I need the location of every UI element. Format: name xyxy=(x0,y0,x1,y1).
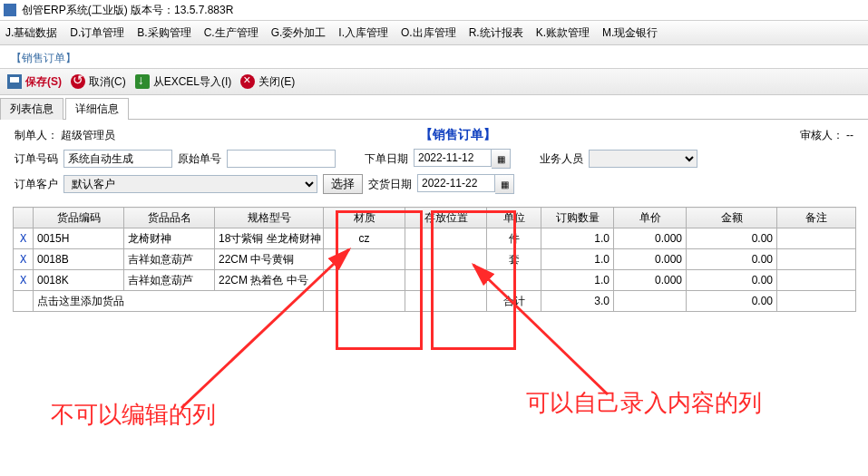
app-logo-icon xyxy=(4,4,16,16)
add-item-text[interactable]: 点击这里添加货品 xyxy=(34,291,324,312)
tab-strip: 列表信息 详细信息 xyxy=(0,97,868,120)
cell-code[interactable]: 0018B xyxy=(34,249,124,270)
cell-material xyxy=(324,249,405,270)
col-price[interactable]: 单价 xyxy=(614,208,687,228)
save-button[interactable]: 保存(S) xyxy=(7,74,62,90)
cell-remark[interactable] xyxy=(777,228,856,249)
deliver-date-picker-icon[interactable]: ▦ xyxy=(495,174,514,194)
col-unit[interactable]: 单位 xyxy=(487,208,541,228)
menu-inbound[interactable]: I.入库管理 xyxy=(338,25,388,41)
window-title: 创管ERP系统(工业版) 版本号：13.5.7.883R xyxy=(22,0,233,20)
cell-unit[interactable]: 套 xyxy=(487,249,541,270)
cell-spec[interactable]: 22CM 中号黄铜 xyxy=(215,249,324,270)
cell-remark[interactable] xyxy=(777,270,856,291)
import-label: 从EXCEL导入(I) xyxy=(153,74,232,90)
col-amount[interactable]: 金额 xyxy=(687,208,777,228)
cell-amount[interactable]: 0.00 xyxy=(687,249,777,270)
save-label: 保存(S) xyxy=(25,74,62,90)
cell-name[interactable]: 吉祥如意葫芦 xyxy=(124,249,215,270)
total-qty: 3.0 xyxy=(541,291,614,312)
menu-reports[interactable]: R.统计报表 xyxy=(469,25,523,41)
col-qty[interactable]: 订购数量 xyxy=(541,208,614,228)
close-button[interactable]: 关闭(E) xyxy=(240,74,295,90)
select-customer-button[interactable]: 选择 xyxy=(323,174,363,194)
cell-location[interactable] xyxy=(405,228,487,249)
tab-list[interactable]: 列表信息 xyxy=(0,98,63,120)
menu-production[interactable]: C.生产管理 xyxy=(204,25,258,41)
menu-outbound[interactable]: O.出库管理 xyxy=(401,25,456,41)
table-row[interactable]: X0018K吉祥如意葫芦22CM 热着色 中号1.00.0000.00 xyxy=(14,270,856,291)
cell-mark: X xyxy=(14,228,34,249)
menubar: J.基础数据 D.订单管理 B.采购管理 C.生产管理 G.委外加工 I.入库管… xyxy=(0,21,868,45)
col-mark xyxy=(14,208,34,228)
menu-purchase[interactable]: B.采购管理 xyxy=(137,25,190,41)
import-excel-button[interactable]: 从EXCEL导入(I) xyxy=(135,74,232,90)
col-name[interactable]: 货品品名 xyxy=(124,208,215,228)
auditor-label: 审核人： xyxy=(800,129,844,141)
menu-order-mgmt[interactable]: D.订单管理 xyxy=(70,25,124,41)
customer-label: 订单客户 xyxy=(15,177,58,192)
cell-location[interactable] xyxy=(405,249,487,270)
orig-no-label: 原始单号 xyxy=(178,151,221,167)
cell-name[interactable]: 吉祥如意葫芦 xyxy=(124,270,215,291)
menu-accounts[interactable]: K.账款管理 xyxy=(536,25,590,41)
sales-label: 业务人员 xyxy=(540,151,583,167)
window-titlebar: 创管ERP系统(工业版) 版本号：13.5.7.883R xyxy=(0,0,868,21)
table-row[interactable]: X0018B吉祥如意葫芦22CM 中号黄铜套1.00.0000.00 xyxy=(14,249,856,270)
cell-qty[interactable]: 1.0 xyxy=(541,249,614,270)
grid-header-row: 货品编码 货品品名 规格型号 材质 存放位置 单位 订购数量 单价 金额 备注 xyxy=(14,208,856,228)
col-material[interactable]: 材质 xyxy=(324,208,405,228)
order-no-field xyxy=(63,150,172,168)
menu-outsource[interactable]: G.委外加工 xyxy=(271,25,327,41)
cancel-label: 取消(C) xyxy=(89,74,126,90)
cell-code[interactable]: 0018K xyxy=(34,270,124,291)
cell-amount[interactable]: 0.00 xyxy=(687,270,777,291)
cell-material: cz xyxy=(324,228,405,249)
close-icon xyxy=(240,74,255,89)
cell-material xyxy=(324,270,405,291)
order-date-field[interactable] xyxy=(414,149,492,167)
deliver-date-field[interactable] xyxy=(417,174,495,192)
cell-unit[interactable] xyxy=(487,270,541,291)
save-icon xyxy=(7,74,22,89)
cell-name[interactable]: 龙椅财神 xyxy=(124,228,215,249)
total-price xyxy=(614,291,687,312)
import-icon xyxy=(135,74,150,89)
close-label: 关闭(E) xyxy=(258,74,295,90)
col-spec[interactable]: 规格型号 xyxy=(215,208,324,228)
cell-location[interactable] xyxy=(405,270,487,291)
total-label: 合计 xyxy=(487,291,541,312)
order-date-picker-icon[interactable]: ▦ xyxy=(492,149,511,169)
cell-qty[interactable]: 1.0 xyxy=(541,228,614,249)
cell-unit[interactable]: 件 xyxy=(487,228,541,249)
cell-price[interactable]: 0.000 xyxy=(614,249,687,270)
cell-code[interactable]: 0015H xyxy=(34,228,124,249)
maker-value: 超级管理员 xyxy=(61,129,115,141)
maker-label: 制单人： xyxy=(15,129,58,141)
menu-basic-data[interactable]: J.基础数据 xyxy=(5,25,57,41)
cell-amount[interactable]: 0.00 xyxy=(687,228,777,249)
cell-price[interactable]: 0.000 xyxy=(614,270,687,291)
table-row[interactable]: X0015H龙椅财神18寸紫铜 坐龙椅财神cz件1.00.0000.00 xyxy=(14,228,856,249)
section-title: 【销售订单】 xyxy=(11,51,868,66)
items-grid: 货品编码 货品品名 规格型号 材质 存放位置 单位 订购数量 单价 金额 备注 … xyxy=(13,207,856,312)
doc-title: 【销售订单】 xyxy=(420,127,496,143)
tab-detail[interactable]: 详细信息 xyxy=(65,98,129,120)
cell-spec[interactable]: 22CM 热着色 中号 xyxy=(215,270,324,291)
cell-qty[interactable]: 1.0 xyxy=(541,270,614,291)
cell-remark[interactable] xyxy=(777,249,856,270)
menu-cash-bank[interactable]: M.现金银行 xyxy=(602,25,658,41)
total-amount: 0.00 xyxy=(687,291,777,312)
cancel-button[interactable]: 取消(C) xyxy=(71,74,126,90)
cell-spec[interactable]: 18寸紫铜 坐龙椅财神 xyxy=(215,228,324,249)
order-date-label: 下单日期 xyxy=(365,151,408,167)
sales-select[interactable] xyxy=(589,150,697,168)
add-item-row[interactable]: 点击这里添加货品合计3.00.00 xyxy=(14,291,856,312)
col-location[interactable]: 存放位置 xyxy=(405,208,487,228)
customer-select[interactable]: 默认客户 xyxy=(63,175,317,193)
cell-price[interactable]: 0.000 xyxy=(614,228,687,249)
col-code[interactable]: 货品编码 xyxy=(34,208,124,228)
orig-no-field[interactable] xyxy=(227,150,336,168)
col-remark[interactable]: 备注 xyxy=(777,208,856,228)
cell-mark: X xyxy=(14,249,34,270)
